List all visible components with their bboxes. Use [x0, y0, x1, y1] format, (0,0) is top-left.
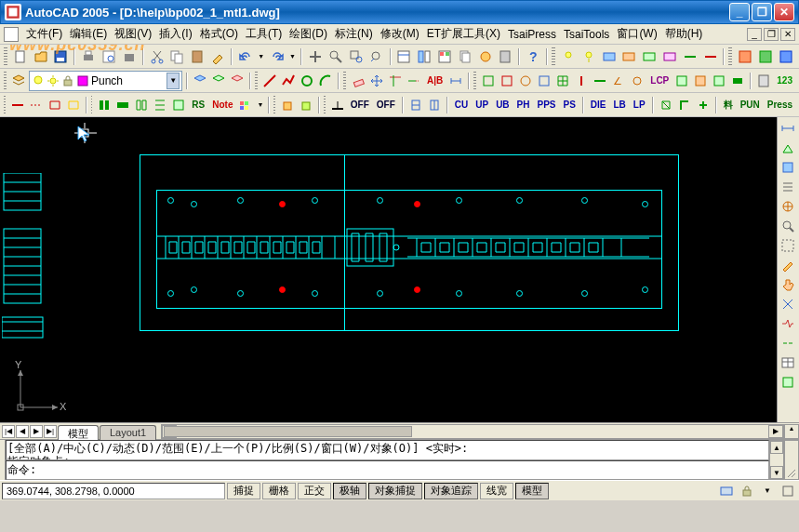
match-props-icon[interactable]: [208, 47, 227, 66]
layer-dropdown-icon[interactable]: ▼: [166, 73, 180, 89]
toolbar-grip[interactable]: [324, 96, 326, 114]
menu-format[interactable]: 格式(O): [196, 24, 242, 44]
sec2-icon[interactable]: [426, 96, 443, 114]
dim-linear-icon[interactable]: [447, 72, 464, 90]
undo-icon[interactable]: [236, 47, 255, 66]
help-icon[interactable]: ?: [524, 47, 542, 66]
tp1-icon[interactable]: [480, 72, 497, 90]
h-scrollbar[interactable]: ◀ ▶: [161, 424, 784, 439]
child-minimize-button[interactable]: _: [747, 28, 762, 41]
pun-button[interactable]: PUN: [738, 96, 763, 114]
maximize-button[interactable]: ❐: [752, 3, 772, 21]
menu-help[interactable]: 帮助(H): [661, 24, 707, 44]
circle-icon[interactable]: [299, 72, 315, 90]
tp4-icon[interactable]: [536, 72, 553, 90]
vis-layer2-icon[interactable]: [619, 47, 638, 66]
sheet-set-icon[interactable]: [456, 47, 474, 66]
lp-button[interactable]: LP: [631, 96, 648, 114]
material-button[interactable]: 料: [721, 96, 736, 114]
base-icon[interactable]: [329, 96, 346, 114]
tp6-icon[interactable]: [573, 72, 590, 90]
model-toggle[interactable]: 模型: [515, 483, 549, 499]
press-button[interactable]: Press: [765, 96, 795, 114]
undo-dropdown-icon[interactable]: ▼: [257, 47, 266, 66]
menu-tsaitools[interactable]: TsaiTools: [560, 26, 613, 43]
menu-et[interactable]: ET扩展工具(X): [423, 24, 504, 44]
list-icon[interactable]: [779, 178, 797, 196]
cmd-scroll-down-icon[interactable]: ▼: [770, 466, 783, 479]
ct2-icon[interactable]: [28, 96, 45, 114]
markup-icon[interactable]: [476, 47, 495, 66]
tp11-icon[interactable]: [692, 72, 709, 90]
ct9-icon[interactable]: [170, 96, 187, 114]
menu-view[interactable]: 视图(V): [111, 24, 155, 44]
off2-button[interactable]: OFF: [374, 96, 398, 114]
toolbar-grip[interactable]: [4, 47, 7, 66]
join-icon[interactable]: [779, 334, 797, 352]
grid-toggle[interactable]: 栅格: [262, 483, 296, 499]
extend-icon[interactable]: [406, 72, 422, 90]
sec1-icon[interactable]: [407, 96, 424, 114]
quickcalc-icon[interactable]: [497, 47, 515, 66]
toolbar-grip[interactable]: [473, 72, 476, 90]
ct7-icon[interactable]: [133, 96, 150, 114]
tab-prev-button[interactable]: ◀: [16, 425, 29, 438]
cmd-resize-icon[interactable]: [784, 440, 799, 480]
toolbar-grip[interactable]: [91, 96, 93, 114]
design-center-icon[interactable]: [415, 47, 433, 66]
properties-icon[interactable]: [395, 47, 414, 66]
xline-on-icon[interactable]: [681, 47, 699, 66]
ct10b-icon[interactable]: ▼: [256, 96, 264, 114]
vis-layer1-icon[interactable]: [600, 47, 619, 66]
num-button[interactable]: 123: [774, 72, 795, 90]
ct1-icon[interactable]: [9, 96, 26, 114]
minimize-button[interactable]: _: [729, 3, 750, 21]
area-icon[interactable]: [779, 139, 797, 157]
tp9-icon[interactable]: [629, 72, 646, 90]
tab-model[interactable]: 模型: [58, 425, 99, 440]
menu-window[interactable]: 窗口(W): [613, 24, 660, 44]
child-close-button[interactable]: ✕: [780, 28, 795, 41]
layer-manager-icon[interactable]: [10, 72, 27, 90]
layer-iso-icon[interactable]: [229, 72, 246, 90]
menu-edit[interactable]: 编辑(E): [66, 24, 111, 44]
menu-tsaipress[interactable]: TsaiPress: [504, 26, 560, 43]
tray-options-icon[interactable]: ▼: [758, 482, 777, 500]
lb-button[interactable]: LB: [611, 96, 629, 114]
render-light2-icon[interactable]: [579, 47, 598, 66]
tp8-icon[interactable]: ∠: [610, 72, 627, 90]
dimension-icon[interactable]: [779, 295, 797, 313]
toolbar-grip[interactable]: [4, 72, 7, 90]
zoom-window-icon[interactable]: [347, 47, 366, 66]
command-history[interactable]: [6, 440, 769, 460]
otrack-toggle[interactable]: 对象追踪: [424, 483, 478, 499]
layer-previous-icon[interactable]: [192, 72, 208, 90]
sec3-icon[interactable]: [658, 96, 674, 114]
tool-palette-icon[interactable]: [435, 47, 454, 66]
child-restore-button[interactable]: ❐: [764, 28, 779, 41]
hscroll-right-icon[interactable]: ▶: [768, 425, 783, 438]
lock-tray-icon[interactable]: [738, 482, 756, 500]
tp2-icon[interactable]: [499, 72, 515, 90]
menu-draw[interactable]: 绘图(D): [286, 24, 331, 44]
off1-button[interactable]: OFF: [348, 96, 372, 114]
cu-button[interactable]: CU: [452, 96, 471, 114]
xline-off-icon[interactable]: [701, 47, 720, 66]
pline-icon[interactable]: [280, 72, 297, 90]
document-icon[interactable]: [4, 27, 19, 42]
tab-layout1[interactable]: Layout1: [100, 425, 156, 440]
arc-icon[interactable]: [317, 72, 334, 90]
move-icon[interactable]: [368, 72, 385, 90]
polar-toggle[interactable]: 极轴: [333, 483, 366, 499]
trim-icon[interactable]: [387, 72, 404, 90]
tab-last-button[interactable]: ▶|: [44, 425, 57, 438]
break-icon[interactable]: [779, 314, 797, 333]
ps-button[interactable]: PS: [561, 96, 579, 114]
ct5-icon[interactable]: [96, 96, 113, 114]
ab-text-icon[interactable]: A|B: [424, 72, 446, 90]
redo-dropdown-icon[interactable]: ▼: [287, 47, 297, 66]
layer-combo[interactable]: Punch ▼: [29, 71, 182, 91]
save-icon[interactable]: [52, 47, 71, 66]
die-button[interactable]: DIE: [588, 96, 609, 114]
rs-button[interactable]: RS: [189, 96, 207, 114]
